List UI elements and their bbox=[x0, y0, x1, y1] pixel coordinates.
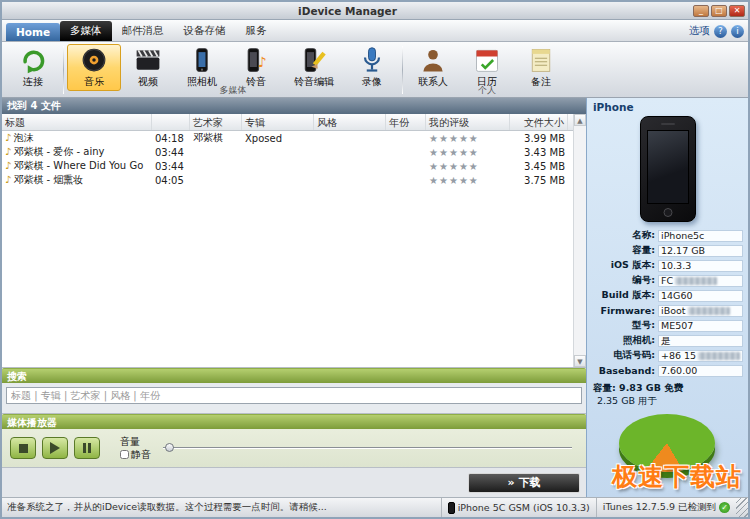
table-scrollbar[interactable]: ▲ ▼ bbox=[573, 114, 586, 367]
found-files-bar: 找到 4 文件 bbox=[2, 98, 586, 114]
info-value: iBoot bbox=[658, 305, 743, 317]
table-row[interactable]: ♪邓紫棋 - 烟熏妆 04:05 ★★★★★ 3.75 MB bbox=[2, 173, 573, 187]
rating-stars[interactable]: ★★★★★ bbox=[429, 147, 479, 158]
stop-button[interactable] bbox=[10, 437, 36, 459]
device-info-row: iOS 版本: 10.3.3 bbox=[592, 258, 743, 273]
device-info-row: 编号: FC bbox=[592, 273, 743, 288]
status-itunes-text: iTunes 12.7.5.9 已检测到 bbox=[603, 501, 716, 514]
status-itunes: iTunes 12.7.5.9 已检测到 ✓ bbox=[596, 498, 736, 517]
tab-mail-messages[interactable]: 邮件消息 bbox=[112, 21, 174, 41]
pause-icon bbox=[83, 443, 91, 453]
close-button[interactable]: ✕ bbox=[729, 5, 745, 17]
song-size: 3.99 MB bbox=[510, 133, 568, 144]
column-size[interactable]: 文件大小 bbox=[510, 114, 568, 130]
info-value: 是 bbox=[658, 335, 743, 347]
rating-stars[interactable]: ★★★★★ bbox=[429, 133, 479, 144]
song-duration: 04:05 bbox=[152, 175, 190, 186]
rating-stars[interactable]: ★★★★★ bbox=[429, 161, 479, 172]
device-info-row: 名称: iPhone5c bbox=[592, 228, 743, 243]
table-header: 标题 艺术家 专辑 风格 年份 我的评级 文件大小 bbox=[2, 114, 573, 131]
iphone-image bbox=[640, 116, 696, 222]
table-row[interactable]: ♪泡沫 04:18 邓紫棋 Xposed ★★★★★ 3.99 MB bbox=[2, 131, 573, 145]
search-header: 搜索 bbox=[2, 368, 586, 383]
column-genre[interactable]: 风格 bbox=[314, 114, 386, 130]
tab-home[interactable]: Home bbox=[6, 23, 60, 41]
resize-grip[interactable] bbox=[736, 498, 748, 517]
song-size: 3.45 MB bbox=[510, 161, 568, 172]
tab-device-storage[interactable]: 设备存储 bbox=[174, 21, 236, 41]
tab-multimedia[interactable]: 多媒体 bbox=[60, 21, 112, 41]
scroll-up-icon[interactable]: ▲ bbox=[574, 114, 586, 126]
ribbon-caption-multimedia: 多媒体 bbox=[65, 84, 401, 97]
volume-label: 音量 bbox=[120, 435, 151, 448]
play-button[interactable] bbox=[42, 437, 68, 459]
info-icon[interactable]: i bbox=[731, 25, 744, 38]
info-label: 容量: bbox=[592, 244, 658, 257]
media-player-section: 媒体播放器 音量 静音 bbox=[2, 414, 586, 468]
info-value: 12.17 GB bbox=[658, 245, 743, 257]
storage-pie-chart bbox=[619, 414, 715, 472]
song-size: 3.43 MB bbox=[510, 147, 568, 158]
song-album: Xposed bbox=[242, 133, 314, 144]
search-input[interactable] bbox=[6, 387, 582, 404]
notes-icon bbox=[527, 46, 555, 74]
minimize-button[interactable]: _ bbox=[693, 5, 709, 17]
options-link[interactable]: 选项 bbox=[689, 24, 710, 38]
info-label: Baseband: bbox=[592, 365, 658, 376]
menu-tabbar: Home 多媒体 邮件消息 设备存储 服务 选项 ? i bbox=[2, 20, 748, 42]
column-rating[interactable]: 我的评级 bbox=[426, 114, 510, 130]
device-info-row: Baseband: 7.60.00 bbox=[592, 363, 743, 378]
column-album[interactable]: 专辑 bbox=[242, 114, 314, 130]
song-title: 邓紫棋 - 烟熏妆 bbox=[13, 174, 83, 185]
main-area: 找到 4 文件 标题 艺术家 专辑 风格 年份 我的评级 文件大小 ♪泡沫 bbox=[2, 98, 748, 497]
scroll-down-icon[interactable]: ▼ bbox=[574, 355, 586, 367]
app-window: iDevice Manager _ □ ✕ Home 多媒体 邮件消息 设备存储… bbox=[0, 0, 750, 519]
connect-button[interactable]: 连接 bbox=[6, 44, 60, 91]
media-player-header: 媒体播放器 bbox=[2, 414, 586, 429]
window-controls: _ □ ✕ bbox=[693, 5, 745, 17]
info-label: 电话号码: bbox=[592, 349, 658, 362]
info-label: 型号: bbox=[592, 319, 658, 332]
device-info-row: 型号: ME507 bbox=[592, 318, 743, 333]
maximize-button[interactable]: □ bbox=[711, 5, 727, 17]
info-label: 名称: bbox=[592, 229, 658, 242]
info-label: 照相机: bbox=[592, 334, 658, 347]
device-info-row: 容量: 12.17 GB bbox=[592, 243, 743, 258]
content-left: 找到 4 文件 标题 艺术家 专辑 风格 年份 我的评级 文件大小 ♪泡沫 bbox=[2, 98, 586, 497]
download-button[interactable]: » 下载 bbox=[468, 473, 580, 493]
music-disc-icon bbox=[80, 46, 108, 74]
capacity-used-text: 2.35 GB 用于 bbox=[593, 395, 742, 408]
svg-text:♪: ♪ bbox=[258, 54, 267, 70]
window-title: iDevice Manager bbox=[2, 5, 693, 17]
redacted-block bbox=[688, 307, 730, 315]
device-info-row: 照相机: 是 bbox=[592, 333, 743, 348]
table-row[interactable]: ♪邓紫棋 - Where Did You Go 03:44 ★★★★★ 3.45… bbox=[2, 159, 573, 173]
device-panel-title: iPhone bbox=[587, 98, 748, 114]
info-label: Build 版本: bbox=[592, 289, 658, 302]
column-duration[interactable] bbox=[152, 114, 190, 130]
pause-button[interactable] bbox=[74, 437, 100, 459]
ribbon-group-multimedia: 音乐 视频 照相机 ♪ 铃音 铃音编辑 录像 多媒体 bbox=[65, 43, 401, 97]
column-title[interactable]: 标题 bbox=[2, 114, 152, 130]
rating-stars[interactable]: ★★★★★ bbox=[429, 175, 479, 186]
contacts-icon bbox=[419, 46, 447, 74]
mute-checkbox[interactable] bbox=[120, 450, 129, 459]
info-label: 编号: bbox=[592, 274, 658, 287]
connect-icon bbox=[19, 46, 47, 74]
help-icon[interactable]: ? bbox=[714, 25, 727, 38]
ribbon-group-connect: 连接 bbox=[4, 43, 62, 97]
info-label: Firmware: bbox=[592, 305, 658, 316]
column-year[interactable]: 年份 bbox=[386, 114, 426, 130]
volume-slider[interactable] bbox=[163, 441, 572, 455]
song-title: 邓紫棋 - 爱你 - ainy bbox=[13, 146, 104, 157]
column-artist[interactable]: 艺术家 bbox=[190, 114, 242, 130]
redacted-block bbox=[675, 277, 717, 285]
device-info-row: 电话号码: +86 15 bbox=[592, 348, 743, 363]
slider-handle[interactable] bbox=[165, 443, 174, 452]
ribbon-divider bbox=[63, 46, 64, 94]
song-size: 3.75 MB bbox=[510, 175, 568, 186]
phone-speaker bbox=[661, 123, 675, 125]
table-row[interactable]: ♪邓紫棋 - 爱你 - ainy 03:44 ★★★★★ 3.43 MB bbox=[2, 145, 573, 159]
tab-services[interactable]: 服务 bbox=[236, 21, 277, 41]
info-value: 7.60.00 bbox=[658, 365, 743, 377]
